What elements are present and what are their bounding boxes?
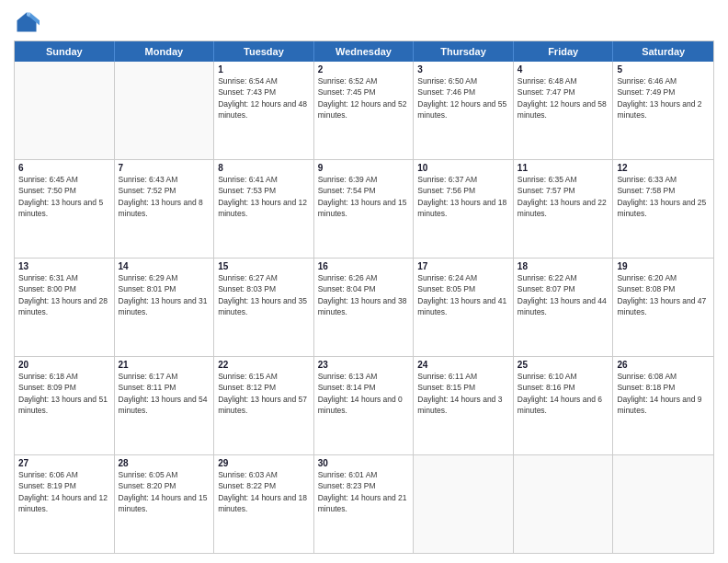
- cal-header-cell: Friday: [514, 41, 614, 62]
- calendar-row: 6Sunrise: 6:45 AM Sunset: 7:50 PM Daylig…: [15, 159, 713, 258]
- cell-day-number: 11: [518, 163, 609, 173]
- cell-info: Sunrise: 6:35 AM Sunset: 7:57 PM Dayligh…: [518, 174, 609, 219]
- calendar-cell: [115, 62, 215, 159]
- cell-day-number: 19: [617, 261, 710, 271]
- calendar-cell: 3Sunrise: 6:50 AM Sunset: 7:46 PM Daylig…: [414, 62, 514, 159]
- calendar-cell: [414, 455, 514, 553]
- calendar-cell: 26Sunrise: 6:08 AM Sunset: 8:18 PM Dayli…: [613, 357, 713, 454]
- calendar-cell: 10Sunrise: 6:37 AM Sunset: 7:56 PM Dayli…: [414, 160, 514, 258]
- cell-info: Sunrise: 6:06 AM Sunset: 8:19 PM Dayligh…: [18, 469, 110, 514]
- cell-day-number: 17: [417, 261, 509, 271]
- calendar-cell: 8Sunrise: 6:41 AM Sunset: 7:53 PM Daylig…: [214, 160, 314, 258]
- cell-info: Sunrise: 6:24 AM Sunset: 8:05 PM Dayligh…: [417, 272, 509, 317]
- calendar-cell: 17Sunrise: 6:24 AM Sunset: 8:05 PM Dayli…: [414, 259, 514, 356]
- calendar-cell: 2Sunrise: 6:52 AM Sunset: 7:45 PM Daylig…: [314, 62, 415, 159]
- cell-info: Sunrise: 6:01 AM Sunset: 8:23 PM Dayligh…: [318, 469, 410, 514]
- calendar-cell: 11Sunrise: 6:35 AM Sunset: 7:57 PM Dayli…: [514, 160, 614, 258]
- cell-info: Sunrise: 6:33 AM Sunset: 7:58 PM Dayligh…: [617, 174, 710, 219]
- cell-info: Sunrise: 6:48 AM Sunset: 7:47 PM Dayligh…: [518, 75, 609, 121]
- cell-day-number: 4: [518, 64, 609, 75]
- calendar-cell: 20Sunrise: 6:18 AM Sunset: 8:09 PM Dayli…: [15, 357, 115, 454]
- cell-info: Sunrise: 6:39 AM Sunset: 7:54 PM Dayligh…: [318, 174, 410, 219]
- cell-info: Sunrise: 6:45 AM Sunset: 7:50 PM Dayligh…: [18, 174, 110, 219]
- calendar-cell: 22Sunrise: 6:15 AM Sunset: 8:12 PM Dayli…: [214, 357, 314, 454]
- cell-day-number: 7: [119, 163, 210, 173]
- calendar-cell: 28Sunrise: 6:05 AM Sunset: 8:20 PM Dayli…: [115, 455, 215, 553]
- cell-info: Sunrise: 6:18 AM Sunset: 8:09 PM Dayligh…: [18, 371, 110, 416]
- cal-header-cell: Saturday: [613, 41, 713, 62]
- calendar-header-row: SundayMondayTuesdayWednesdayThursdayFrid…: [15, 41, 713, 62]
- calendar-row: 27Sunrise: 6:06 AM Sunset: 8:19 PM Dayli…: [15, 454, 713, 553]
- cell-day-number: 26: [617, 360, 710, 370]
- calendar-body: 1Sunrise: 6:54 AM Sunset: 7:43 PM Daylig…: [15, 62, 713, 553]
- cell-day-number: 3: [417, 64, 509, 75]
- cell-day-number: 15: [218, 261, 310, 271]
- cell-info: Sunrise: 6:31 AM Sunset: 8:00 PM Dayligh…: [18, 272, 110, 317]
- cal-header-cell: Wednesday: [314, 41, 415, 62]
- logo-icon: [14, 9, 40, 35]
- calendar: SundayMondayTuesdayWednesdayThursdayFrid…: [14, 40, 714, 554]
- calendar-cell: 25Sunrise: 6:10 AM Sunset: 8:16 PM Dayli…: [514, 357, 614, 454]
- cell-day-number: 1: [218, 64, 310, 75]
- calendar-cell: 27Sunrise: 6:06 AM Sunset: 8:19 PM Dayli…: [15, 455, 115, 553]
- cell-info: Sunrise: 6:05 AM Sunset: 8:20 PM Dayligh…: [119, 469, 210, 514]
- header: [14, 9, 714, 35]
- calendar-cell: 12Sunrise: 6:33 AM Sunset: 7:58 PM Dayli…: [613, 160, 713, 258]
- calendar-cell: [15, 62, 115, 159]
- cell-info: Sunrise: 6:22 AM Sunset: 8:07 PM Dayligh…: [518, 272, 609, 317]
- cell-info: Sunrise: 6:20 AM Sunset: 8:08 PM Dayligh…: [617, 272, 710, 317]
- cell-day-number: 16: [318, 261, 410, 271]
- cell-day-number: 28: [119, 458, 210, 468]
- cell-info: Sunrise: 6:13 AM Sunset: 8:14 PM Dayligh…: [318, 371, 410, 416]
- cell-day-number: 5: [617, 64, 710, 75]
- cell-info: Sunrise: 6:15 AM Sunset: 8:12 PM Dayligh…: [218, 371, 310, 416]
- calendar-row: 1Sunrise: 6:54 AM Sunset: 7:43 PM Daylig…: [15, 62, 713, 159]
- cell-day-number: 12: [617, 163, 710, 173]
- calendar-cell: 19Sunrise: 6:20 AM Sunset: 8:08 PM Dayli…: [613, 259, 713, 356]
- calendar-cell: 18Sunrise: 6:22 AM Sunset: 8:07 PM Dayli…: [514, 259, 614, 356]
- calendar-cell: 6Sunrise: 6:45 AM Sunset: 7:50 PM Daylig…: [15, 160, 115, 258]
- cal-header-cell: Monday: [115, 41, 215, 62]
- cell-day-number: 8: [218, 163, 310, 173]
- cell-day-number: 30: [318, 458, 410, 468]
- page: SundayMondayTuesdayWednesdayThursdayFrid…: [0, 0, 728, 563]
- calendar-cell: 14Sunrise: 6:29 AM Sunset: 8:01 PM Dayli…: [115, 259, 215, 356]
- calendar-cell: 16Sunrise: 6:26 AM Sunset: 8:04 PM Dayli…: [314, 259, 415, 356]
- cell-day-number: 22: [218, 360, 310, 370]
- calendar-cell: 1Sunrise: 6:54 AM Sunset: 7:43 PM Daylig…: [214, 62, 314, 159]
- calendar-row: 20Sunrise: 6:18 AM Sunset: 8:09 PM Dayli…: [15, 356, 713, 454]
- cal-header-cell: Sunday: [15, 41, 115, 62]
- cell-day-number: 21: [119, 360, 210, 370]
- cal-header-cell: Tuesday: [214, 41, 314, 62]
- calendar-cell: 21Sunrise: 6:17 AM Sunset: 8:11 PM Dayli…: [115, 357, 215, 454]
- cell-day-number: 9: [318, 163, 410, 173]
- logo: [14, 9, 43, 35]
- cell-day-number: 27: [18, 458, 110, 468]
- cell-info: Sunrise: 6:27 AM Sunset: 8:03 PM Dayligh…: [218, 272, 310, 317]
- cell-day-number: 20: [18, 360, 110, 370]
- cell-day-number: 10: [417, 163, 509, 173]
- calendar-cell: 23Sunrise: 6:13 AM Sunset: 8:14 PM Dayli…: [314, 357, 415, 454]
- cell-info: Sunrise: 6:08 AM Sunset: 8:18 PM Dayligh…: [617, 371, 710, 416]
- calendar-cell: [613, 455, 713, 553]
- cell-info: Sunrise: 6:50 AM Sunset: 7:46 PM Dayligh…: [417, 75, 509, 121]
- calendar-cell: [514, 455, 614, 553]
- cell-day-number: 23: [318, 360, 410, 370]
- cell-info: Sunrise: 6:43 AM Sunset: 7:52 PM Dayligh…: [119, 174, 210, 219]
- cell-info: Sunrise: 6:46 AM Sunset: 7:49 PM Dayligh…: [617, 75, 710, 121]
- calendar-cell: 29Sunrise: 6:03 AM Sunset: 8:22 PM Dayli…: [214, 455, 314, 553]
- calendar-cell: 9Sunrise: 6:39 AM Sunset: 7:54 PM Daylig…: [314, 160, 415, 258]
- calendar-cell: 30Sunrise: 6:01 AM Sunset: 8:23 PM Dayli…: [314, 455, 415, 553]
- cell-day-number: 18: [518, 261, 609, 271]
- cell-day-number: 14: [119, 261, 210, 271]
- cell-day-number: 24: [417, 360, 509, 370]
- cell-info: Sunrise: 6:10 AM Sunset: 8:16 PM Dayligh…: [518, 371, 609, 416]
- cell-day-number: 29: [218, 458, 310, 468]
- calendar-cell: 15Sunrise: 6:27 AM Sunset: 8:03 PM Dayli…: [214, 259, 314, 356]
- cell-day-number: 6: [18, 163, 110, 173]
- calendar-cell: 5Sunrise: 6:46 AM Sunset: 7:49 PM Daylig…: [613, 62, 713, 159]
- cell-info: Sunrise: 6:26 AM Sunset: 8:04 PM Dayligh…: [318, 272, 410, 317]
- calendar-cell: 24Sunrise: 6:11 AM Sunset: 8:15 PM Dayli…: [414, 357, 514, 454]
- calendar-cell: 4Sunrise: 6:48 AM Sunset: 7:47 PM Daylig…: [514, 62, 614, 159]
- cell-info: Sunrise: 6:17 AM Sunset: 8:11 PM Dayligh…: [119, 371, 210, 416]
